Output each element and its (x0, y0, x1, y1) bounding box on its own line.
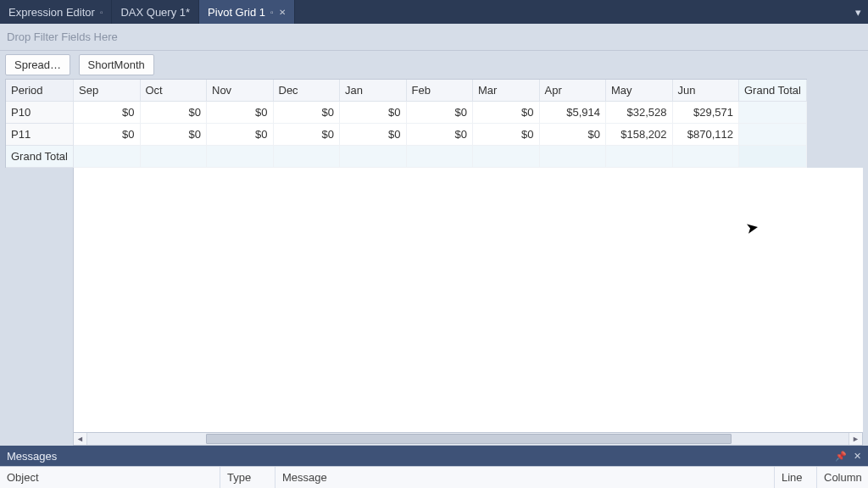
tab-label: DAX Query 1* (120, 6, 190, 19)
grand-total-cell[interactable] (739, 124, 807, 146)
data-cell[interactable]: $0 (407, 124, 474, 146)
col-header[interactable]: Jan (340, 80, 407, 102)
grand-total-col-header[interactable]: Grand Total (739, 80, 807, 102)
row-field-header[interactable]: Period (6, 80, 74, 102)
row-header[interactable]: P10 (6, 102, 74, 124)
column-field-chip[interactable]: ShortMonth (79, 54, 154, 75)
tab-dax-query[interactable]: DAX Query 1* (112, 0, 199, 24)
messages-col-column[interactable]: Column (817, 467, 868, 488)
scroll-left-button[interactable]: ◄ (74, 433, 87, 445)
messages-col-line[interactable]: Line (775, 467, 817, 488)
grand-total-row-cell[interactable] (407, 146, 474, 168)
tab-bar: Expression Editor ▫ DAX Query 1* Pivot G… (0, 0, 868, 24)
col-header[interactable]: Oct (141, 80, 208, 102)
tab-pivot-grid[interactable]: Pivot Grid 1 ▫ ✕ (199, 0, 294, 24)
data-cell[interactable]: $158,202 (606, 124, 673, 146)
col-header[interactable]: Sep (74, 80, 141, 102)
grand-total-row-cell[interactable] (540, 146, 607, 168)
messages-panel-header[interactable]: Messages 📌 ✕ (0, 446, 868, 466)
filter-drop-area[interactable]: Drop Filter Fields Here (0, 24, 868, 51)
messages-col-message[interactable]: Message (275, 467, 775, 488)
row-header[interactable]: P11 (6, 124, 74, 146)
tab-overflow-dropdown[interactable]: ▾ (849, 0, 868, 24)
horizontal-scrollbar[interactable]: ◄ ► (73, 432, 863, 446)
tab-expression-editor[interactable]: Expression Editor ▫ (0, 0, 112, 24)
col-header[interactable]: May (606, 80, 673, 102)
data-cell[interactable]: $29,571 (673, 102, 740, 124)
pin-icon[interactable]: ▫ (270, 8, 274, 17)
col-header[interactable]: Jun (673, 80, 740, 102)
tab-label: Pivot Grid 1 (208, 6, 265, 19)
grand-total-row-cell[interactable] (141, 146, 208, 168)
grand-total-cell[interactable] (739, 102, 807, 124)
grand-total-row-cell[interactable] (473, 146, 540, 168)
data-cell[interactable]: $0 (274, 124, 341, 146)
grid-empty-area (5, 168, 863, 432)
col-header[interactable]: Feb (407, 80, 474, 102)
messages-title: Messages (7, 450, 57, 463)
grand-total-corner-cell[interactable] (739, 146, 807, 168)
grand-total-row-cell[interactable] (606, 146, 673, 168)
pivot-grid-area: Period Sep Oct Nov Dec Jan Feb Mar Apr M… (0, 79, 868, 446)
col-header[interactable]: Mar (473, 80, 540, 102)
close-icon[interactable]: ✕ (279, 8, 286, 17)
data-cell[interactable]: $0 (473, 124, 540, 146)
data-cell[interactable]: $0 (473, 102, 540, 124)
grand-total-row-cell[interactable] (673, 146, 740, 168)
field-header-area: Spread… ShortMonth (0, 51, 868, 79)
col-header[interactable]: Nov (207, 80, 274, 102)
data-cell[interactable]: $0 (207, 102, 274, 124)
close-icon[interactable]: ✕ (854, 451, 861, 462)
filter-placeholder: Drop Filter Fields Here (7, 30, 118, 43)
pivot-grid: Period Sep Oct Nov Dec Jan Feb Mar Apr M… (5, 79, 807, 168)
messages-columns: Object Type Message Line Column (0, 466, 868, 488)
scroll-thumb[interactable] (206, 434, 732, 444)
grand-total-row-cell[interactable] (340, 146, 407, 168)
data-cell[interactable]: $870,112 (673, 124, 740, 146)
scroll-track[interactable] (87, 433, 849, 445)
data-cell[interactable]: $32,528 (606, 102, 673, 124)
scroll-right-button[interactable]: ► (849, 433, 862, 445)
data-field-chip[interactable]: Spread… (5, 54, 70, 75)
pin-icon[interactable]: 📌 (835, 451, 847, 462)
data-cell[interactable]: $0 (141, 124, 208, 146)
col-header[interactable]: Apr (540, 80, 607, 102)
tab-label: Expression Editor (8, 6, 95, 19)
grand-total-row-cell[interactable] (207, 146, 274, 168)
grand-total-row-header[interactable]: Grand Total (6, 146, 74, 168)
grand-total-row-cell[interactable] (74, 146, 141, 168)
data-cell[interactable]: $0 (340, 102, 407, 124)
grand-total-row-cell[interactable] (274, 146, 341, 168)
messages-col-object[interactable]: Object (0, 467, 220, 488)
chevron-down-icon: ▾ (855, 6, 861, 19)
data-cell[interactable]: $0 (74, 102, 141, 124)
messages-col-type[interactable]: Type (220, 467, 275, 488)
data-cell[interactable]: $0 (141, 102, 208, 124)
data-cell[interactable]: $0 (274, 102, 341, 124)
data-cell[interactable]: $0 (407, 102, 474, 124)
data-cell[interactable]: $0 (207, 124, 274, 146)
data-cell[interactable]: $0 (340, 124, 407, 146)
data-cell[interactable]: $5,914 (540, 102, 607, 124)
data-cell[interactable]: $0 (74, 124, 141, 146)
data-cell[interactable]: $0 (540, 124, 607, 146)
col-header[interactable]: Dec (274, 80, 341, 102)
pin-icon[interactable]: ▫ (100, 8, 103, 17)
